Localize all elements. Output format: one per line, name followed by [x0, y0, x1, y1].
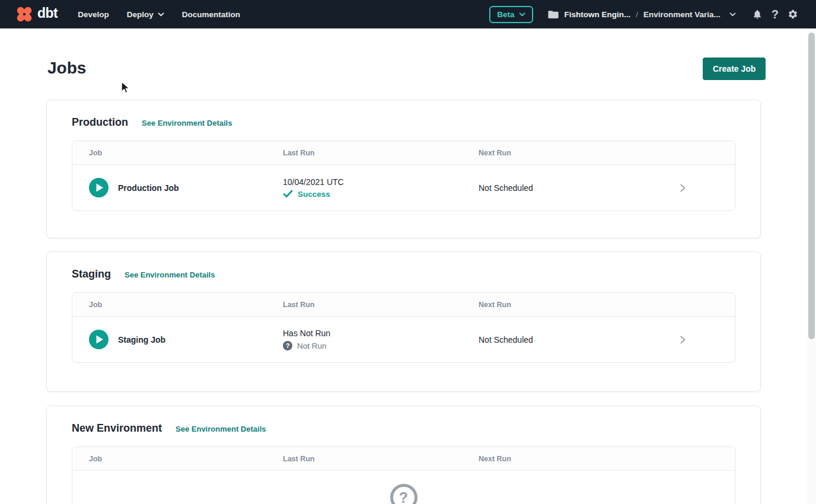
chevron-right-icon — [678, 183, 687, 193]
column-header-job: Job — [89, 301, 283, 309]
next-run-cell: Not Scheduled — [479, 183, 674, 193]
breadcrumb-page[interactable]: Environment Varia... — [643, 10, 721, 19]
create-job-button[interactable]: Create Job — [703, 58, 766, 80]
card-header: New Environment See Environment Details — [47, 406, 760, 435]
job-name: Production Job — [118, 183, 179, 193]
nav-item-develop[interactable]: Develop — [78, 10, 109, 19]
check-icon — [283, 190, 293, 198]
dbt-logo[interactable]: dbt — [15, 5, 58, 23]
last-run-date: 10/04/2021 UTC — [283, 177, 479, 187]
environment-name: New Environment — [72, 422, 162, 435]
jobs-table: Job Last Run Next Run Production Job 10/… — [72, 141, 735, 211]
jobs-table: Job Last Run Next Run ? — [72, 446, 735, 504]
job-cell: Staging Job — [89, 330, 283, 349]
see-environment-details-link[interactable]: See Environment Details — [125, 270, 215, 279]
job-name: Staging Job — [118, 335, 165, 344]
environment-card-staging: Staging See Environment Details Job Last… — [46, 251, 761, 392]
scrollbar-thumb[interactable] — [808, 33, 815, 339]
column-header-job: Job — [89, 149, 283, 157]
last-run-date: Has Not Run — [283, 328, 479, 338]
jobs-table: Job Last Run Next Run Staging Job Has No… — [72, 292, 735, 363]
last-run-cell: Has Not Run ? Not Run — [283, 328, 479, 350]
environment-card-new-environment: New Environment See Environment Details … — [46, 406, 761, 504]
bell-icon[interactable] — [752, 9, 763, 20]
chevron-right-icon — [678, 335, 687, 344]
folder-icon — [548, 10, 559, 19]
job-row-staging[interactable]: Staging Job Has Not Run ? Not Run Not Sc… — [72, 317, 735, 362]
row-chevron[interactable] — [674, 183, 735, 193]
breadcrumb-separator: / — [636, 10, 638, 19]
column-header-next-run: Next Run — [479, 149, 674, 157]
scrollbar-track[interactable] — [807, 28, 816, 504]
environment-name: Staging — [72, 268, 111, 280]
column-header-next-run: Next Run — [479, 455, 674, 463]
chevron-down-icon — [519, 12, 525, 17]
run-job-play-icon[interactable] — [89, 330, 109, 349]
gear-icon[interactable] — [788, 9, 798, 20]
see-environment-details-link[interactable]: See Environment Details — [142, 119, 232, 127]
question-circle-icon: ? — [283, 341, 292, 350]
question-circle-icon: ? — [390, 484, 417, 504]
card-header: Production See Environment Details — [47, 100, 760, 129]
see-environment-details-link[interactable]: See Environment Details — [176, 425, 266, 433]
column-header-last-run: Last Run — [283, 301, 479, 309]
table-header-row: Job Last Run Next Run — [72, 293, 735, 317]
last-run-cell: 10/04/2021 UTC Success — [283, 177, 479, 199]
job-cell: Production Job — [89, 178, 283, 197]
nav-item-documentation[interactable]: Documentation — [182, 10, 240, 19]
table-header-row: Job Last Run Next Run — [72, 447, 735, 471]
beta-dropdown[interactable]: Beta — [489, 6, 533, 23]
nav-icon-group: ? — [752, 8, 798, 20]
card-header: Staging See Environment Details — [47, 252, 760, 280]
last-run-status: ? Not Run — [283, 341, 479, 350]
primary-nav: Develop Deploy Documentation — [78, 10, 240, 19]
breadcrumb-project[interactable]: Fishtown Engin... — [564, 10, 630, 19]
chevron-down-icon — [729, 12, 736, 17]
next-run-cell: Not Scheduled — [479, 335, 674, 344]
empty-state: ? — [72, 471, 735, 504]
column-header-last-run: Last Run — [283, 455, 479, 463]
column-header-next-run: Next Run — [479, 301, 674, 309]
column-header-last-run: Last Run — [283, 149, 479, 157]
top-nav: dbt Develop Deploy Documentation Beta Fi… — [0, 0, 816, 28]
page-title: Jobs — [47, 59, 86, 78]
column-header-job: Job — [89, 455, 283, 463]
environment-card-production: Production See Environment Details Job L… — [46, 100, 761, 238]
dbt-logo-icon — [15, 5, 33, 23]
nav-item-deploy[interactable]: Deploy — [127, 10, 164, 19]
chevron-down-icon — [158, 12, 164, 17]
help-icon[interactable]: ? — [772, 8, 779, 20]
job-row-production[interactable]: Production Job 10/04/2021 UTC Success No… — [72, 165, 735, 210]
breadcrumb[interactable]: Fishtown Engin... / Environment Varia... — [548, 10, 735, 19]
last-run-status: Success — [283, 190, 479, 199]
row-chevron[interactable] — [674, 335, 735, 344]
brand-name: dbt — [37, 7, 58, 22]
table-header-row: Job Last Run Next Run — [72, 141, 735, 165]
mouse-cursor — [120, 81, 132, 94]
run-job-play-icon[interactable] — [89, 178, 109, 197]
environment-name: Production — [72, 116, 128, 129]
